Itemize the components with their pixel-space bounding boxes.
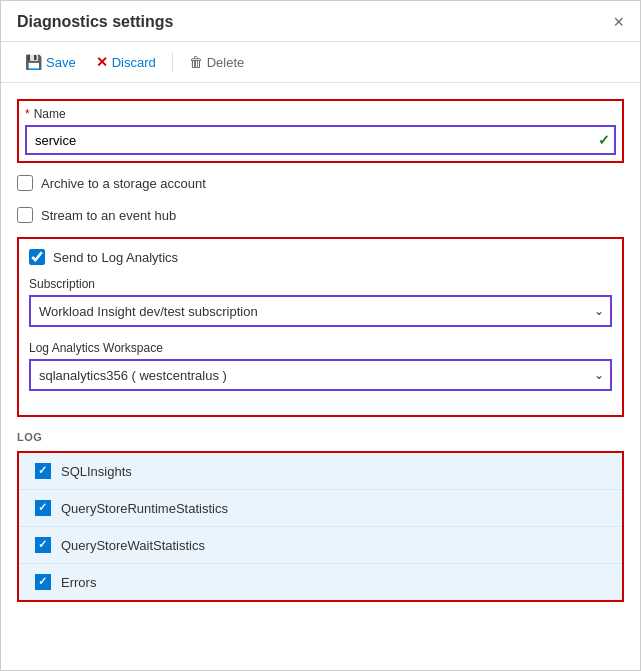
- discard-button[interactable]: ✕ Discard: [88, 50, 164, 74]
- subscription-dropdown[interactable]: Workload Insight dev/test subscription: [29, 295, 612, 327]
- log-querystore-runtime-checkbox[interactable]: [35, 500, 51, 516]
- input-valid-icon: ✓: [598, 132, 610, 148]
- log-querystore-wait-label: QueryStoreWaitStatistics: [61, 538, 205, 553]
- toolbar-separator: [172, 52, 173, 72]
- name-input[interactable]: [25, 125, 616, 155]
- log-sqlinsights-checkbox[interactable]: [35, 463, 51, 479]
- delete-label: Delete: [207, 55, 245, 70]
- discard-label: Discard: [112, 55, 156, 70]
- log-querystore-runtime-label: QueryStoreRuntimeStatistics: [61, 501, 228, 516]
- log-errors-label: Errors: [61, 575, 96, 590]
- save-label: Save: [46, 55, 76, 70]
- save-icon: 💾: [25, 54, 42, 70]
- dialog-title: Diagnostics settings: [17, 13, 173, 31]
- log-querystore-wait-checkbox[interactable]: [35, 537, 51, 553]
- send-log-analytics-row: Send to Log Analytics: [29, 249, 612, 265]
- workspace-group: Log Analytics Workspace sqlanalytics356 …: [29, 341, 612, 391]
- log-section-label: LOG: [17, 431, 624, 443]
- discard-icon: ✕: [96, 54, 108, 70]
- name-label-text: Name: [34, 107, 66, 121]
- close-button[interactable]: ×: [613, 13, 624, 31]
- archive-checkbox[interactable]: [17, 175, 33, 191]
- required-marker: *: [25, 107, 30, 121]
- toolbar: 💾 Save ✕ Discard 🗑 Delete: [1, 42, 640, 83]
- log-row-errors: Errors: [19, 564, 622, 600]
- stream-checkbox[interactable]: [17, 207, 33, 223]
- save-button[interactable]: 💾 Save: [17, 50, 84, 74]
- workspace-label: Log Analytics Workspace: [29, 341, 612, 355]
- name-label: * Name: [25, 107, 616, 121]
- subscription-dropdown-wrapper: Workload Insight dev/test subscription ⌄: [29, 295, 612, 327]
- log-section: LOG SQLInsights QueryStoreRuntimeStatist…: [17, 431, 624, 602]
- delete-icon: 🗑: [189, 54, 203, 70]
- dialog-header: Diagnostics settings ×: [1, 1, 640, 42]
- log-table: SQLInsights QueryStoreRuntimeStatistics …: [17, 451, 624, 602]
- stream-label: Stream to an event hub: [41, 208, 176, 223]
- name-input-wrapper: ✓: [25, 125, 616, 155]
- stream-checkbox-row: Stream to an event hub: [17, 205, 624, 225]
- workspace-dropdown-wrapper: sqlanalytics356 ( westcentralus ) ⌄: [29, 359, 612, 391]
- log-row-querystore-wait: QueryStoreWaitStatistics: [19, 527, 622, 564]
- workspace-dropdown[interactable]: sqlanalytics356 ( westcentralus ): [29, 359, 612, 391]
- content-area: * Name ✓ Archive to a storage account St…: [1, 83, 640, 618]
- diagnostics-dialog: Diagnostics settings × 💾 Save ✕ Discard …: [0, 0, 641, 671]
- log-row-querystore-runtime: QueryStoreRuntimeStatistics: [19, 490, 622, 527]
- archive-label: Archive to a storage account: [41, 176, 206, 191]
- log-row-sqlinsights: SQLInsights: [19, 453, 622, 490]
- subscription-group: Subscription Workload Insight dev/test s…: [29, 277, 612, 327]
- log-errors-checkbox[interactable]: [35, 574, 51, 590]
- archive-checkbox-row: Archive to a storage account: [17, 173, 624, 193]
- send-log-analytics-checkbox[interactable]: [29, 249, 45, 265]
- name-field-box: * Name ✓: [17, 99, 624, 163]
- send-log-analytics-label: Send to Log Analytics: [53, 250, 178, 265]
- send-log-analytics-box: Send to Log Analytics Subscription Workl…: [17, 237, 624, 417]
- delete-button[interactable]: 🗑 Delete: [181, 50, 253, 74]
- subscription-label: Subscription: [29, 277, 612, 291]
- log-sqlinsights-label: SQLInsights: [61, 464, 132, 479]
